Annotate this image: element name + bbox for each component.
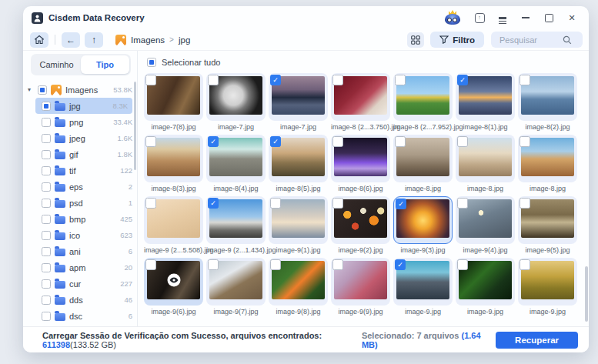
sidebar-item-bmp[interactable]: bmp425 xyxy=(23,211,137,227)
minimize-icon[interactable] xyxy=(520,12,531,23)
sidebar-item-png[interactable]: png33.4K xyxy=(23,114,137,130)
sidebar-item-cur[interactable]: cur227 xyxy=(23,276,137,292)
file-checkbox[interactable] xyxy=(208,198,219,209)
file-item[interactable]: image-9(3).jpg xyxy=(393,196,453,254)
type-checkbox[interactable] xyxy=(42,134,51,143)
file-checkbox[interactable] xyxy=(519,259,530,270)
file-checkbox[interactable] xyxy=(208,259,219,270)
file-checkbox[interactable] xyxy=(457,75,468,85)
sidebar-item-eps[interactable]: eps2 xyxy=(23,179,137,195)
type-checkbox[interactable] xyxy=(42,199,51,208)
type-checkbox[interactable] xyxy=(42,231,51,240)
file-checkbox[interactable] xyxy=(395,75,406,85)
file-checkbox[interactable] xyxy=(395,136,406,147)
file-checkbox[interactable] xyxy=(457,198,468,209)
sidebar-item-dds[interactable]: dds46 xyxy=(23,292,137,308)
file-checkbox[interactable] xyxy=(145,136,156,147)
file-item[interactable]: image-9 (2...5.508).jpg xyxy=(144,196,203,254)
preview-eye-icon[interactable] xyxy=(167,273,181,287)
file-checkbox[interactable] xyxy=(145,75,156,85)
close-icon[interactable]: ✕ xyxy=(566,12,577,23)
file-item[interactable]: image-8(6).jpg xyxy=(331,135,390,192)
file-item[interactable]: image-8(5).jpg xyxy=(269,135,328,192)
file-item[interactable]: image-8.jpg xyxy=(393,135,453,192)
search-box[interactable] xyxy=(491,32,583,48)
sidebar-item-tif[interactable]: tif122 xyxy=(23,162,137,179)
file-item[interactable]: image-8.jpg xyxy=(456,135,515,192)
maximize-icon[interactable] xyxy=(543,12,554,23)
sidebar-item-jpg[interactable]: jpg8.3K xyxy=(35,98,132,114)
file-item[interactable]: image-9(1).jpg xyxy=(269,196,328,254)
type-checkbox[interactable] xyxy=(42,102,51,111)
up-button[interactable]: ↑ xyxy=(85,32,103,48)
file-item[interactable]: image-9(8).jpg xyxy=(269,258,328,316)
grid-scrollbar[interactable] xyxy=(585,266,588,322)
home-button[interactable] xyxy=(30,32,48,48)
search-icon[interactable] xyxy=(563,35,572,45)
sidebar-item-apm[interactable]: apm20 xyxy=(23,259,137,276)
file-item[interactable]: image-7(8).jpg xyxy=(144,73,203,131)
sidebar-item-psd[interactable]: psd1 xyxy=(23,195,137,211)
file-item[interactable]: image-9(7).jpg xyxy=(206,258,266,316)
file-item[interactable]: image-9(5).jpg xyxy=(518,196,577,254)
search-input[interactable] xyxy=(498,35,563,45)
recover-button[interactable]: Recuperar xyxy=(496,332,578,349)
type-checkbox[interactable] xyxy=(38,85,47,95)
file-checkbox[interactable] xyxy=(270,198,281,209)
file-checkbox[interactable] xyxy=(396,199,406,209)
sidebar-item-ani[interactable]: ani6 xyxy=(23,243,137,259)
file-checkbox[interactable] xyxy=(457,136,468,147)
file-item[interactable]: image-9 (2...1.434).jpg xyxy=(206,196,266,254)
file-item[interactable]: image-9(6).jpg xyxy=(144,258,203,316)
sidebar-scrollbar[interactable] xyxy=(134,82,136,170)
file-item[interactable]: image-8(3).jpg xyxy=(144,135,203,192)
file-item[interactable]: image-8.jpg xyxy=(518,135,577,192)
type-checkbox[interactable] xyxy=(42,279,51,289)
file-item[interactable]: image-9.jpg xyxy=(393,258,453,316)
sidebar-item-jpeg[interactable]: jpeg1.6K xyxy=(23,130,137,146)
file-item[interactable]: image-8(2).jpg xyxy=(518,73,577,131)
type-checkbox[interactable] xyxy=(42,182,51,192)
file-item[interactable]: image-8 (2...7.952).jpg xyxy=(393,73,453,131)
file-item[interactable]: image-9(2).jpg xyxy=(331,196,390,254)
file-checkbox[interactable] xyxy=(270,136,281,147)
select-all-checkbox[interactable] xyxy=(147,58,156,67)
type-checkbox[interactable] xyxy=(42,150,51,159)
tab-caminho[interactable]: Caminho xyxy=(32,55,81,74)
back-button[interactable]: ← xyxy=(62,32,80,48)
file-checkbox[interactable] xyxy=(332,198,343,209)
menu-icon[interactable] xyxy=(497,12,508,23)
file-checkbox[interactable] xyxy=(457,259,468,270)
breadcrumb-root[interactable]: Imagens xyxy=(131,35,165,45)
file-checkbox[interactable] xyxy=(519,198,530,209)
sidebar-item-gif[interactable]: gif1.8K xyxy=(23,146,137,162)
file-checkbox[interactable] xyxy=(270,75,281,85)
file-item[interactable]: image-9(9).jpg xyxy=(331,258,390,316)
type-checkbox[interactable] xyxy=(42,312,51,321)
file-item[interactable]: image-7.jpg xyxy=(206,73,266,131)
file-checkbox[interactable] xyxy=(332,136,343,147)
file-item[interactable]: image-8(4).jpg xyxy=(206,135,266,192)
file-checkbox[interactable] xyxy=(519,136,530,147)
file-checkbox[interactable] xyxy=(145,198,156,209)
caret-down-icon[interactable]: ▾ xyxy=(28,86,34,93)
file-checkbox[interactable] xyxy=(208,136,219,147)
type-checkbox[interactable] xyxy=(42,166,51,175)
sidebar-item-imagens[interactable]: ▾ Imagens 53.8K xyxy=(23,82,137,98)
file-checkbox[interactable] xyxy=(395,259,406,270)
grid-view-button[interactable] xyxy=(407,32,424,48)
promo-badge-icon[interactable] xyxy=(443,10,462,25)
file-item[interactable]: image-9.jpg xyxy=(518,258,577,316)
file-checkbox[interactable] xyxy=(519,75,530,85)
type-checkbox[interactable] xyxy=(42,118,51,127)
feedback-icon[interactable]: ↑ xyxy=(474,12,485,23)
file-item[interactable]: image-8(1).jpg xyxy=(456,73,515,131)
tab-tipo[interactable]: Tipo xyxy=(81,55,129,74)
breadcrumb-current[interactable]: jpg xyxy=(179,35,190,45)
filter-button[interactable]: Filtro xyxy=(430,32,484,48)
file-item[interactable]: image-9(4).jpg xyxy=(456,196,515,254)
sidebar-item-ico[interactable]: ico623 xyxy=(23,227,137,243)
type-checkbox[interactable] xyxy=(42,215,51,224)
file-checkbox[interactable] xyxy=(332,75,343,85)
file-item[interactable]: image-9.jpg xyxy=(456,258,515,316)
